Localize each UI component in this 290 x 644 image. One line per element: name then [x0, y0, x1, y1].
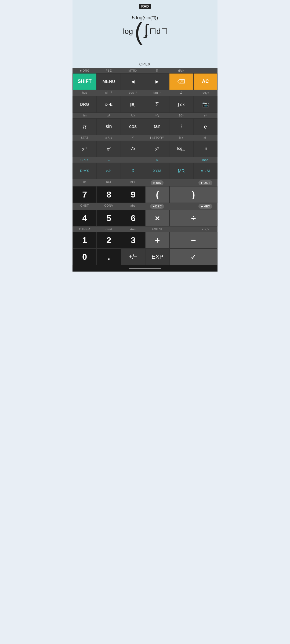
fn-cplx2: CPLX — [73, 158, 97, 162]
x-button[interactable]: X — [121, 163, 145, 179]
display-area: RAD 5 log(sin(□)) log ( ∫ 7 d — [73, 0, 218, 59]
drg-button[interactable]: DRG — [73, 96, 97, 113]
xinv-button[interactable]: x-1 — [73, 141, 97, 157]
divide-button[interactable]: ÷ — [169, 210, 218, 226]
fn-pi: Π — [145, 68, 169, 73]
equals-button[interactable]: ✓ — [169, 248, 218, 265]
log10-button[interactable]: log10 — [169, 141, 193, 157]
plusminus-button[interactable]: +/− — [121, 248, 145, 265]
matrix-button[interactable]: [⊞] — [121, 96, 145, 113]
expression-display: 5 log(sin(□)) log ( ∫ 7 d — [78, 7, 212, 41]
fn-history: HISTORY — [145, 136, 169, 140]
seven-button[interactable]: 7 — [73, 186, 97, 203]
two-button[interactable]: 2 — [97, 232, 121, 248]
btn-row-2: DRG x⇔E [⊞] Σ ∫ dx 📷 — [73, 96, 218, 113]
ac-button[interactable]: AC — [193, 73, 218, 90]
fn-cbrt: ³√x — [121, 113, 145, 118]
close-paren-button[interactable]: ) — [169, 186, 218, 203]
tan-button[interactable]: tan — [145, 118, 169, 135]
fn-abs: abs — [121, 203, 145, 209]
fn-stat: STAT — [73, 136, 97, 140]
sin-button[interactable]: sin — [97, 118, 121, 135]
e-button[interactable]: e — [193, 118, 218, 135]
three-button[interactable]: 3 — [121, 232, 145, 248]
fn-bin: ►BIN — [145, 180, 169, 186]
fn-logxy: logxy — [193, 90, 218, 96]
one-button[interactable]: 1 — [73, 232, 97, 248]
btn-row-6: 7 8 9 ( ) — [73, 186, 218, 203]
exp-button[interactable]: EXP — [145, 248, 169, 265]
five-button[interactable]: 5 — [97, 210, 121, 226]
fn-empty-5b — [169, 158, 193, 162]
box-placeholder-1 — [150, 28, 155, 34]
zero-button[interactable]: 0 — [73, 248, 97, 265]
minus-button[interactable]: − — [169, 232, 218, 248]
pi-button[interactable]: π — [73, 118, 97, 135]
dms-button[interactable]: D°M'S — [73, 163, 97, 179]
decimal-button[interactable]: . — [97, 248, 121, 265]
fn-mtrx: MTRX — [121, 68, 145, 73]
shift-button[interactable]: SHIFT — [73, 73, 97, 90]
fn-cnst: CNST — [73, 203, 97, 209]
i-button[interactable]: i — [169, 118, 193, 135]
fn-label-row-3: lim x³ ³√x ˣ√y 10ˣ eˣ — [73, 113, 218, 118]
cos-button[interactable]: cos — [121, 118, 145, 135]
open-paren-button[interactable]: ( — [145, 186, 169, 203]
nine-button[interactable]: 9 — [121, 186, 145, 203]
fn-abc: a ᵇ/c — [97, 136, 121, 140]
xym-button[interactable]: XY,M — [145, 163, 169, 179]
xm-button[interactable]: x→M — [193, 163, 218, 179]
xy-button[interactable]: xy — [145, 141, 169, 157]
backspace-button[interactable]: ⌫ — [169, 73, 193, 90]
fn-mminus: M- — [193, 136, 218, 140]
four-button[interactable]: 4 — [73, 210, 97, 226]
ln-button[interactable]: ln — [193, 141, 218, 157]
integral-symbol: ∫ 7 — [144, 23, 148, 40]
home-indicator — [73, 265, 218, 272]
btn-row-8: 1 2 3 + − — [73, 232, 218, 248]
right-arrow-button[interactable]: ► — [145, 73, 169, 90]
eight-button[interactable]: 8 — [97, 186, 121, 203]
fn-label-row-4: STAT a ᵇ/c Y HISTORY M+ M- — [73, 135, 218, 141]
fn-ncr: nCr — [97, 180, 121, 186]
fn-empty-7 — [169, 203, 193, 209]
fn-other: OTHER — [73, 227, 97, 231]
fn-label-row-2: hyp sin⁻¹ cos⁻¹ tan⁻¹ ∠ logxy — [73, 90, 218, 96]
cplx-top-label: CPLX — [73, 59, 218, 68]
fn-ans: Ans — [121, 227, 145, 231]
fn-hyp: hyp — [73, 90, 97, 96]
fn-empty-1 — [193, 68, 218, 73]
menu-button[interactable]: MENU — [97, 73, 121, 90]
btn-row-1: SHIFT MENU ◄ ► ⌫ AC — [73, 73, 218, 90]
fn-label-row-6: n! nCr nPr ►BIN ►OCT — [73, 179, 218, 186]
fn-mplus: M+ — [169, 136, 193, 140]
btn-row-3: π sin cos tan i e — [73, 118, 218, 135]
fn-y: Y — [121, 136, 145, 140]
integral-lower: 7 — [145, 35, 148, 40]
fn-drg: ►DRG — [73, 68, 97, 73]
dc-button[interactable]: d/c — [97, 163, 121, 179]
fn-ran: ran# — [97, 227, 121, 231]
mr-button[interactable]: MR — [169, 163, 193, 179]
multiply-button[interactable]: × — [145, 210, 169, 226]
plus-button[interactable]: + — [145, 232, 169, 248]
log-open-text: log — [123, 27, 133, 36]
xsq-button[interactable]: x2 — [97, 141, 121, 157]
fn-10x: 10ˣ — [169, 113, 193, 118]
btn-row-7: 4 5 6 × ÷ — [73, 210, 218, 226]
sigma-button[interactable]: Σ — [145, 96, 169, 113]
fn-oct: ►OCT — [193, 180, 218, 186]
fn-empty-8 — [169, 227, 193, 231]
six-button[interactable]: 6 — [121, 210, 145, 226]
integral-button[interactable]: ∫ dx — [169, 96, 193, 113]
fn-compare: =,<,> — [193, 227, 218, 231]
fn-label-row-5: CPLX ∞ % mod — [73, 157, 218, 163]
fn-nfact: n! — [73, 180, 97, 186]
sqrt-button[interactable]: √x — [121, 141, 145, 157]
left-arrow-button[interactable]: ◄ — [121, 73, 145, 90]
x-e-button[interactable]: x⇔E — [97, 96, 121, 113]
btn-row-4: x-1 x2 √x xy log10 ln — [73, 141, 218, 157]
d-text: d — [157, 27, 161, 36]
camera-button[interactable]: 📷 — [193, 96, 218, 113]
fn-expsi: EXP SI — [145, 227, 169, 231]
